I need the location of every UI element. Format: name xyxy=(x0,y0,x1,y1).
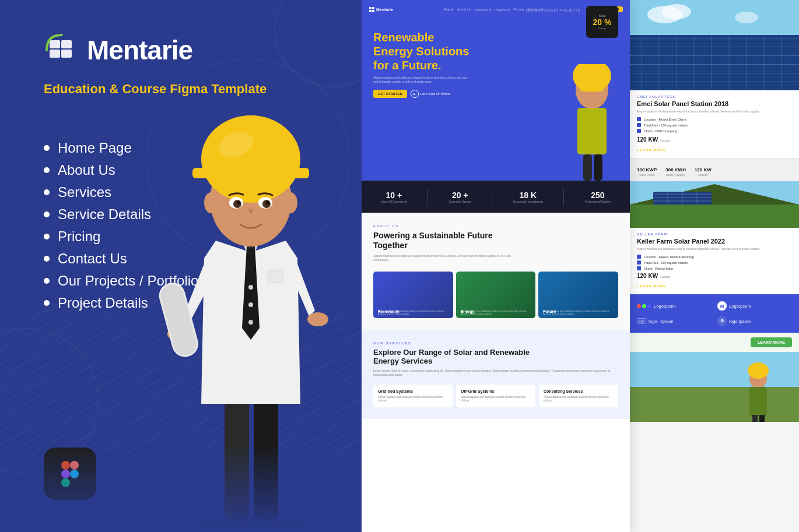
nav-link-about: About Us xyxy=(457,8,472,12)
hero-engineer-small xyxy=(554,64,630,181)
nav-label: Services xyxy=(58,184,111,200)
service-card-consulting: Consulting Services Aliquet dapibus sed … xyxy=(539,385,618,408)
svg-point-10 xyxy=(192,517,309,532)
learn-more-link-second[interactable]: LEARN MORE xyxy=(637,284,666,288)
right-side-panel: Emei Solartech Emei Solar Panel Station … xyxy=(630,0,799,532)
svg-rect-3 xyxy=(50,50,60,58)
figma-icon xyxy=(55,458,85,489)
about-title: Powering a Sustainable Future Together xyxy=(373,231,502,251)
learn-more-cta-button[interactable]: LEARN MORE xyxy=(751,337,792,347)
svg-rect-66 xyxy=(630,205,799,228)
meta-client: Client - CMG Company xyxy=(637,129,792,133)
svg-point-19 xyxy=(204,192,218,213)
website-nav-brand: Mentarie xyxy=(376,8,393,12)
svg-point-63 xyxy=(662,4,691,19)
play-button[interactable]: ▶ Let's See Of Works xyxy=(411,90,450,98)
about-desc: Aliquet dapibus sed habitasse aliquet ti… xyxy=(373,254,519,263)
svg-rect-2 xyxy=(61,40,72,48)
farm-solar-svg xyxy=(630,181,799,228)
get-started-button[interactable]: GET STARTED xyxy=(373,90,407,98)
meta-location-text: Location - Mount Emei, China xyxy=(644,118,686,121)
capacity-label: Capacity xyxy=(660,139,671,142)
hero-title-line1: Renewable xyxy=(373,31,434,44)
svg-rect-12 xyxy=(254,392,278,520)
services-desc: Lorem ipsum dolor sit amet, consectetur … xyxy=(373,369,618,378)
stat-label-countries: Countries Served xyxy=(448,200,471,203)
about-tag: ABOUT US xyxy=(373,224,618,228)
play-circle-icon: ▶ xyxy=(411,90,419,98)
svg-rect-47 xyxy=(630,38,799,38)
engineer-figure-wrapper xyxy=(134,77,362,532)
second-project-section: Keller Farm Keller Farm Solar Panel 2022… xyxy=(630,181,799,294)
stat-divider xyxy=(492,188,492,206)
second-project-content: Keller Farm Keller Farm Solar Panel 2022… xyxy=(630,228,799,294)
logo-text-3: logo—ipsum xyxy=(649,319,673,323)
svg-point-16 xyxy=(307,312,328,326)
logos-band: Logoipsum M Logoipsum logo logo—ipsum xyxy=(630,294,799,333)
svg-point-78 xyxy=(748,362,769,379)
left-panel: Mentarie Education & Course Figma Templa… xyxy=(0,0,362,532)
stat-num-installations: 18 K xyxy=(513,191,543,200)
svg-rect-8 xyxy=(61,478,70,487)
meta-area-text: Total Area - 100 square meters xyxy=(644,124,688,127)
nav-link-services: Services ▾ xyxy=(475,8,491,12)
hero-section: Mentarie Home About Us Services ▾ Projec… xyxy=(362,0,630,181)
second-project-tag: Keller Farm xyxy=(637,232,792,236)
service-cards: Grid-tied Systems Aliquet dapibus sed ha… xyxy=(373,385,618,408)
svg-rect-76 xyxy=(630,387,799,422)
svg-rect-40 xyxy=(580,84,604,91)
svg-rect-44 xyxy=(594,154,602,181)
second-meta-location: Location - Neuvo, Neubrandenburg xyxy=(637,255,792,259)
svg-rect-79 xyxy=(749,387,767,416)
service-desc-offgrid: Aliquet dapibus sed habitasse aliquet ti… xyxy=(461,396,531,403)
stat-label-installations: Successful Installations xyxy=(513,200,543,203)
top-project-meta: Location - Mount Emei, China Total Area … xyxy=(637,117,792,133)
badge-sublabel: Energy xyxy=(598,27,606,30)
service-title-grid: Grid-tied Systems xyxy=(378,389,448,393)
hero-title: Renewable Energy Solutions for a Future. xyxy=(373,30,490,72)
nav-bullet xyxy=(44,300,50,306)
svg-rect-51 xyxy=(630,73,799,73)
about-section: ABOUT US Powering a Sustainable Future T… xyxy=(362,213,630,330)
second-project-title: Keller Farm Solar Panel 2022 xyxy=(637,238,792,245)
svg-rect-50 xyxy=(630,64,799,65)
stat-num-experience: 10 + xyxy=(381,191,408,200)
svg-point-29 xyxy=(266,201,269,205)
second-project-desc: Aliquet dapibus sed habitasse aliquet ti… xyxy=(637,247,792,251)
about-card-future: Future Aliquet dapibus sed habitasse ali… xyxy=(538,272,618,318)
svg-rect-6 xyxy=(70,461,79,470)
services-tag: OUR SERVICES xyxy=(373,341,618,345)
stat-num-countries: 20 + xyxy=(448,191,471,200)
cap-power-label: Power Output xyxy=(637,174,657,177)
svg-rect-4 xyxy=(61,50,72,58)
logos-grid: Logoipsum M Logoipsum logo logo—ipsum xyxy=(637,301,792,326)
nav-label: About Us xyxy=(58,162,115,178)
svg-rect-81 xyxy=(759,415,765,422)
second-meta-client-text: Client - Patrice Kaler xyxy=(644,267,673,270)
nav-bullet xyxy=(44,256,50,262)
cap-battery-label: Battery Capacity xyxy=(665,174,686,177)
svg-rect-34 xyxy=(369,7,372,9)
svg-rect-11 xyxy=(225,392,249,520)
cap-total-num: 120 KW xyxy=(695,167,712,172)
second-capacity-num: 120 KW xyxy=(637,273,658,279)
cap-total: 120 KW Capacity xyxy=(695,163,712,177)
svg-rect-42 xyxy=(577,108,607,154)
top-project-tag: Emei Solartech xyxy=(637,95,792,98)
service-card-grid: Grid-tied Systems Aliquet dapibus sed ha… xyxy=(373,385,453,408)
play-label: Let's See Of Works xyxy=(420,92,450,96)
second-capacity-label: Capacity xyxy=(660,276,671,279)
nav-label: Contact Us xyxy=(58,251,127,267)
cap-total-label: Capacity xyxy=(695,174,712,177)
nav-link-home: Home xyxy=(444,8,454,12)
svg-rect-48 xyxy=(630,47,799,47)
svg-point-32 xyxy=(248,320,253,325)
svg-rect-43 xyxy=(583,154,592,181)
meta-dot xyxy=(637,260,641,265)
second-meta-area-text: Total Area - 500 square meters xyxy=(644,261,688,265)
capacity-num: 120 KW xyxy=(637,136,658,143)
learn-more-link-top[interactable]: LEARN MORE xyxy=(637,148,666,152)
meta-client-text: Client - CMG Company xyxy=(644,129,677,133)
capacity-bar: 100 KWP Power Output 300 KWH Battery Cap… xyxy=(630,158,799,181)
second-meta-area: Total Area - 500 square meters xyxy=(637,260,792,265)
